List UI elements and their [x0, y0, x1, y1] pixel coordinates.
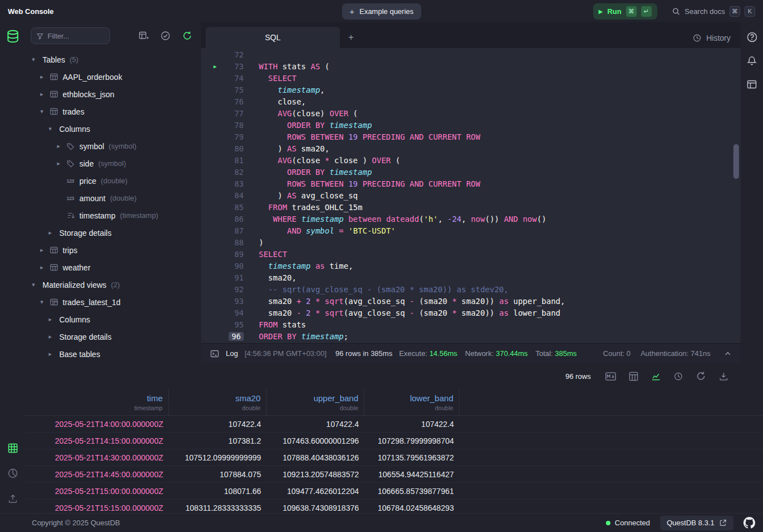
code-line-96[interactable]: 96ORDER BY timestamp;: [201, 331, 741, 343]
column-header-lower_band[interactable]: lower_banddouble: [364, 389, 459, 415]
markdown-icon[interactable]: [605, 372, 616, 381]
upload-icon[interactable]: [7, 493, 18, 504]
tree-item-trades-latest-1d[interactable]: ▾trades_latest_1d: [25, 293, 201, 311]
filter-input[interactable]: [48, 32, 105, 40]
chevron-right-icon[interactable]: ▸: [57, 160, 67, 167]
code-line-84[interactable]: 84 ) AS avg_close_sq: [201, 190, 741, 202]
github-icon[interactable]: [743, 517, 755, 529]
connection-status-dot: [606, 521, 610, 525]
run-statement-icon[interactable]: ▶: [214, 61, 216, 73]
example-queries-button[interactable]: + Example queries: [342, 3, 421, 20]
sql-editor[interactable]: 72▶73WITH stats AS (74 SELECT75 timestam…: [201, 48, 741, 343]
run-button[interactable]: ▶ Run ⌘ ↵: [593, 3, 657, 20]
chevron-right-icon[interactable]: ▸: [49, 350, 58, 358]
code-line-95[interactable]: 95FROM stats: [201, 319, 741, 331]
code-line-87[interactable]: 87 AND symbol = 'BTC-USDT': [201, 225, 741, 237]
chevron-up-icon[interactable]: [724, 350, 732, 358]
chevron-down-icon[interactable]: ▾: [32, 56, 41, 63]
chevron-right-icon[interactable]: ▸: [49, 229, 58, 236]
refresh-icon[interactable]: [182, 31, 192, 41]
code-line-75[interactable]: 75 timestamp,: [201, 84, 741, 96]
chevron-down-icon[interactable]: ▾: [49, 125, 58, 132]
table-row[interactable]: 2025-05-21T14:15:00.000000Z107381.210746…: [25, 433, 763, 449]
tab-sql[interactable]: SQL: [206, 27, 340, 48]
table-row[interactable]: 2025-05-21T14:30:00.000000Z107512.099999…: [25, 449, 763, 466]
tree-item-price[interactable]: 123price(double): [25, 172, 201, 189]
help-icon[interactable]: [746, 31, 758, 43]
table-row[interactable]: 2025-05-21T15:15:00.000000Z108311.283333…: [25, 500, 763, 513]
tree-item-tables[interactable]: ▾Tables(5): [25, 51, 201, 68]
panel-icon[interactable]: [746, 79, 757, 90]
table-cell: 107888.40438036126: [267, 453, 364, 462]
pie-chart-icon[interactable]: [7, 468, 18, 479]
tree-item-columns[interactable]: ▾Columns: [25, 120, 201, 137]
code-line-86[interactable]: 86 WHERE timestamp between dateadd('h', …: [201, 213, 741, 225]
chevron-right-icon[interactable]: ▸: [57, 142, 67, 150]
chart-icon[interactable]: [651, 372, 661, 381]
questdb-logo-icon[interactable]: [6, 29, 20, 46]
code-line-81[interactable]: 81 AVG(close * close ) OVER (: [201, 155, 741, 167]
download-icon[interactable]: [719, 372, 728, 381]
chevron-right-icon[interactable]: ▸: [40, 73, 50, 80]
code-line-76[interactable]: 76 close,: [201, 96, 741, 108]
code-line-79[interactable]: 79 ROWS BETWEEN 19 PRECEDING AND CURRENT…: [201, 131, 741, 143]
code-line-73[interactable]: ▶73WITH stats AS (: [201, 61, 741, 73]
chevron-down-icon[interactable]: ▾: [40, 298, 50, 306]
columns-icon[interactable]: [629, 372, 638, 381]
tree-item-trades[interactable]: ▾trades: [25, 103, 201, 120]
code-line-77[interactable]: 77 AVG(close) OVER (: [201, 108, 741, 120]
code-line-72[interactable]: 72: [201, 49, 741, 61]
add-tab-button[interactable]: +: [340, 27, 362, 48]
tree-item-weather[interactable]: ▸weather: [25, 259, 201, 276]
tree-item-storage-details[interactable]: ▸Storage details: [25, 224, 201, 241]
code-line-80[interactable]: 80 ) AS sma20,: [201, 143, 741, 155]
code-line-91[interactable]: 91 sma20,: [201, 272, 741, 284]
code-line-92[interactable]: 92 -- sqrt(avg_close_sq - (sma20 * sma20…: [201, 284, 741, 296]
column-header-sma20[interactable]: sma20double: [169, 389, 267, 415]
tree-item-symbol[interactable]: ▸symbol(symbol): [25, 137, 201, 155]
code-line-90[interactable]: 90 timestamp as time,: [201, 260, 741, 272]
chevron-right-icon[interactable]: ▸: [40, 91, 50, 98]
tree-item-aapl-orderbook[interactable]: ▸AAPL_orderbook: [25, 68, 201, 86]
tree-item-storage-details[interactable]: ▸Storage details: [25, 328, 201, 345]
code-line-78[interactable]: 78 ORDER BY timestamp: [201, 120, 741, 131]
check-circle-icon[interactable]: [160, 31, 170, 41]
tree-item-amount[interactable]: 123amount(double): [25, 189, 201, 207]
chevron-right-icon[interactable]: ▸: [40, 246, 50, 254]
history-icon[interactable]: [674, 372, 683, 381]
add-table-icon[interactable]: [139, 31, 149, 41]
history-button[interactable]: History: [693, 34, 731, 42]
editor-scrollbar[interactable]: [733, 144, 739, 179]
code-line-83[interactable]: 83 ROWS BETWEEN 19 PRECEDING AND CURRENT…: [201, 178, 741, 190]
code-line-74[interactable]: 74 SELECT: [201, 73, 741, 84]
tree-item-materialized-views[interactable]: ▾Materialized views(2): [25, 276, 201, 293]
tab-bar: SQL + History: [201, 22, 741, 48]
tree-item-ethblocks-json[interactable]: ▸ethblocks_json: [25, 86, 201, 103]
code-line-88[interactable]: 88): [201, 237, 741, 249]
table-row[interactable]: 2025-05-21T14:00:00.000000Z107422.410742…: [25, 416, 763, 433]
tree-item-base-tables[interactable]: ▸Base tables: [25, 345, 201, 363]
code-line-82[interactable]: 82 ORDER BY timestamp: [201, 167, 741, 178]
code-line-93[interactable]: 93 sma20 + 2 * sqrt(avg_close_sq - (sma2…: [201, 296, 741, 307]
code-line-94[interactable]: 94 sma20 - 2 * sqrt(avg_close_sq - (sma2…: [201, 307, 741, 319]
code-line-89[interactable]: 89SELECT: [201, 249, 741, 260]
column-header-upper_band[interactable]: upper_banddouble: [267, 389, 364, 415]
tree-item-side[interactable]: ▸side(symbol): [25, 155, 201, 172]
notifications-icon[interactable]: [746, 55, 757, 66]
code-line-85[interactable]: 85 FROM trades_OHLC_15m: [201, 202, 741, 213]
chevron-right-icon[interactable]: ▸: [40, 264, 50, 271]
chevron-right-icon[interactable]: ▸: [49, 316, 58, 323]
tree-item-trips[interactable]: ▸trips: [25, 241, 201, 259]
table-row[interactable]: 2025-05-21T15:00:00.000000Z108071.661094…: [25, 483, 763, 500]
grid-icon[interactable]: [7, 443, 18, 454]
table-row[interactable]: 2025-05-21T14:45:00.000000Z107884.075109…: [25, 466, 763, 483]
chevron-down-icon[interactable]: ▾: [40, 108, 50, 115]
column-header-time[interactable]: timetimestamp: [25, 389, 169, 415]
tree-item-timestamp[interactable]: timestamp(timestamp): [25, 207, 201, 224]
version-button[interactable]: QuestDB 8.3.1: [660, 516, 733, 530]
tree-item-columns[interactable]: ▸Columns: [25, 311, 201, 328]
search-docs-button[interactable]: Search docs ⌘ K: [672, 6, 755, 17]
chevron-right-icon[interactable]: ▸: [49, 333, 58, 340]
refresh-icon[interactable]: [696, 371, 706, 381]
chevron-down-icon[interactable]: ▾: [32, 281, 41, 288]
